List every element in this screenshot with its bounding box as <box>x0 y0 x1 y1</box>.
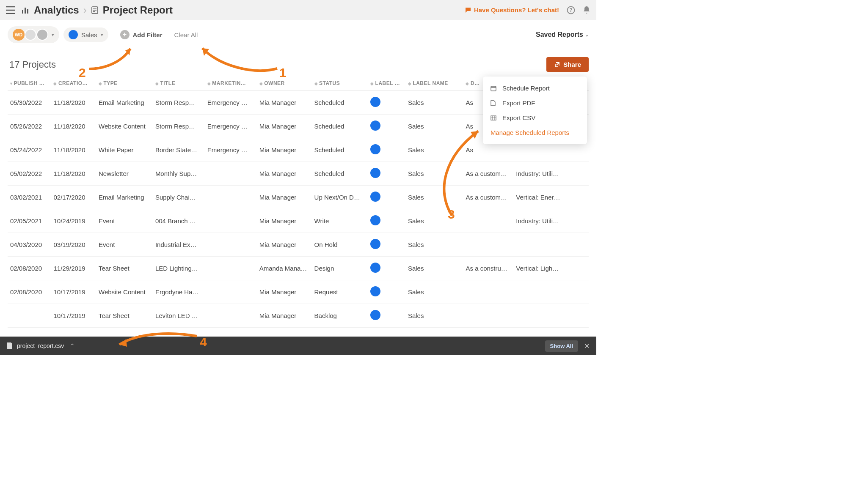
analytics-icon <box>21 6 30 14</box>
table-row[interactable]: 02/08/202011/29/2019Tear SheetLED Lighti… <box>8 257 589 280</box>
add-filter-button[interactable]: + Add Filter <box>120 30 163 39</box>
share-button-label: Share <box>563 61 581 68</box>
help-icon[interactable]: ? <box>567 6 575 14</box>
share-menu-export-csv[interactable]: Export CSV <box>483 110 587 125</box>
cell-creation: 11/18/2020 <box>51 115 96 138</box>
cell-type: Website Content <box>96 280 153 304</box>
col-creation[interactable]: ◆CREATIO… <box>51 76 96 91</box>
sort-icon: ◆ <box>259 81 263 86</box>
saved-reports-dropdown[interactable]: Saved Reports ⌄ <box>536 31 589 38</box>
cell-creation: 02/17/2020 <box>51 186 96 209</box>
table-icon <box>491 115 497 121</box>
cell-publish: 02/05/2021 <box>8 209 51 233</box>
sales-filter-pill[interactable]: Sales ▾ <box>63 27 108 42</box>
cell-creation: 11/29/2019 <box>51 257 96 280</box>
hamburger-menu-icon[interactable] <box>6 6 15 14</box>
sort-icon: ◆ <box>466 81 469 86</box>
table-row[interactable]: 05/02/202211/18/2020NewsletterMonthly Su… <box>8 162 589 186</box>
share-menu-export-pdf[interactable]: Export PDF <box>483 96 587 110</box>
chevron-up-icon[interactable]: ⌃ <box>70 342 75 349</box>
col-title[interactable]: ◆TITLE <box>153 76 205 91</box>
label-color-dot <box>370 97 380 107</box>
svg-rect-0 <box>22 10 23 14</box>
sort-icon: ◆ <box>155 81 159 86</box>
cell-status: Backlog <box>312 304 368 328</box>
table-row[interactable]: 04/03/202003/19/2020EventIndustrial Ex…M… <box>8 233 589 257</box>
cell-label-name: Sales <box>405 257 463 280</box>
chat-link[interactable]: Have Questions? Let's chat! <box>465 6 559 14</box>
cell-label-color <box>368 186 405 209</box>
cell-creation: 10/17/2019 <box>51 304 96 328</box>
show-all-button[interactable]: Show All <box>545 340 578 352</box>
bell-icon[interactable] <box>583 6 590 14</box>
label-color-dot <box>370 168 380 178</box>
table-row[interactable]: 02/05/202110/24/2019Event004 Branch …Mia… <box>8 209 589 233</box>
plus-icon: + <box>120 30 130 39</box>
cell-label-name: Sales <box>405 280 463 304</box>
cell-label-name: Sales <box>405 186 463 209</box>
label-color-dot <box>370 239 380 249</box>
cell-marketing: Emergency … <box>205 91 257 115</box>
svg-text:?: ? <box>569 7 572 13</box>
breadcrumb-report[interactable]: Project Report <box>103 4 173 16</box>
top-bar: Analytics › Project Report Have Question… <box>0 0 596 20</box>
cell-publish: 04/03/2020 <box>8 233 51 257</box>
col-label-color[interactable]: ◆LABEL … <box>368 76 405 91</box>
col-type[interactable]: ◆TYPE <box>96 76 153 91</box>
cell-type: Event <box>96 209 153 233</box>
cell-status: Scheduled <box>312 138 368 162</box>
share-menu-schedule[interactable]: Schedule Report <box>483 81 587 96</box>
users-filter-pill[interactable]: WD ▾ <box>8 26 59 43</box>
close-icon[interactable]: ✕ <box>584 342 590 350</box>
table-row[interactable]: 10/17/2019Tear SheetLeviton LED …Mia Man… <box>8 304 589 328</box>
cell-type: White Paper <box>96 138 153 162</box>
cell-label-color <box>368 257 405 280</box>
chat-icon <box>465 7 471 14</box>
cell-title: Supply Chai… <box>153 186 205 209</box>
cell-owner: Mia Manager <box>257 186 312 209</box>
cell-owner: Amanda Mana… <box>257 257 312 280</box>
cell-extra-2 <box>513 280 589 304</box>
project-count: 17 Projects <box>9 59 56 70</box>
downloaded-file-name: project_report.csv <box>17 342 64 349</box>
cell-publish: 05/26/2022 <box>8 115 51 138</box>
cell-title: Storm Resp… <box>153 91 205 115</box>
share-menu-manage[interactable]: Manage Scheduled Reports <box>483 125 587 140</box>
cell-extra-1: As a custom… <box>463 186 513 209</box>
col-owner[interactable]: ◆OWNER <box>257 76 312 91</box>
cell-title: Storm Resp… <box>153 115 205 138</box>
col-label-name[interactable]: ◆LABEL NAME <box>405 76 463 91</box>
report-icon <box>91 6 99 14</box>
col-status[interactable]: ◆STATUS <box>312 76 368 91</box>
share-button[interactable]: Share <box>546 57 589 72</box>
cell-type: Email Marketing <box>96 91 153 115</box>
cell-label-name: Sales <box>405 91 463 115</box>
cell-marketing <box>205 209 257 233</box>
cell-status: Scheduled <box>312 91 368 115</box>
col-publish[interactable]: ▾PUBLISH … <box>8 76 51 91</box>
avatar: WD <box>13 29 25 41</box>
breadcrumb-analytics[interactable]: Analytics <box>34 4 79 16</box>
chevron-down-icon: ▾ <box>52 32 54 38</box>
cell-extra-2: Industry: Utili… <box>513 162 589 186</box>
breadcrumb: Analytics › Project Report <box>21 4 173 16</box>
cell-status: Scheduled <box>312 162 368 186</box>
cell-extra-2: Industry: Utili… <box>513 209 589 233</box>
cell-creation: 11/18/2020 <box>51 138 96 162</box>
cell-type: Tear Sheet <box>96 257 153 280</box>
cell-label-color <box>368 280 405 304</box>
cell-owner: Mia Manager <box>257 138 312 162</box>
cell-status: Scheduled <box>312 115 368 138</box>
downloaded-file[interactable]: project_report.csv <box>7 342 64 350</box>
cell-extra-1: As a constru… <box>463 257 513 280</box>
share-menu: Schedule Report Export PDF Export CSV Ma… <box>483 77 587 144</box>
clear-all-button[interactable]: Clear All <box>174 31 198 38</box>
cell-title: LED Lighting… <box>153 257 205 280</box>
cell-title: 004 Branch … <box>153 209 205 233</box>
cell-label-name: Sales <box>405 304 463 328</box>
table-row[interactable]: 03/02/202102/17/2020Email MarketingSuppl… <box>8 186 589 209</box>
table-row[interactable]: 02/08/202010/17/2019Website ContentErgod… <box>8 280 589 304</box>
col-marketing[interactable]: ◆MARKETIN… <box>205 76 257 91</box>
svg-rect-2 <box>27 9 28 14</box>
cell-type: Newsletter <box>96 162 153 186</box>
